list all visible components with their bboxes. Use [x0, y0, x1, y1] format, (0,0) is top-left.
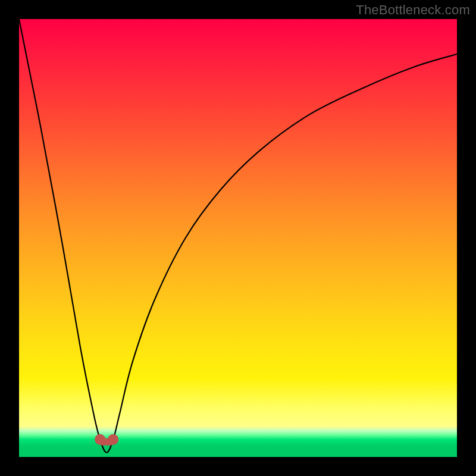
plot-area [19, 19, 457, 457]
bottleneck-curve [19, 19, 457, 453]
optimum-markers [95, 434, 118, 446]
optimum-connector [100, 439, 113, 446]
watermark-text: TheBottleneck.com [356, 2, 470, 18]
curve-layer [19, 19, 457, 457]
chart-frame: TheBottleneck.com [0, 0, 476, 476]
